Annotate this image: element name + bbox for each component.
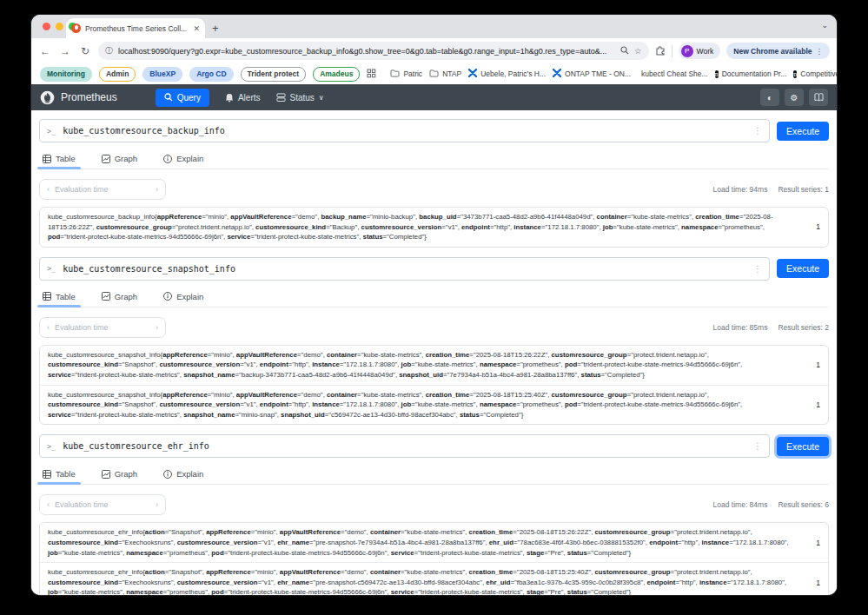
execute-button[interactable]: Execute xyxy=(777,437,829,456)
bookmark-item[interactable]: NTAP xyxy=(429,69,461,79)
back-button[interactable]: ← xyxy=(38,45,52,57)
update-label: New Chrome available xyxy=(733,47,812,56)
tab-graph[interactable]: Graph xyxy=(100,150,139,169)
tab-explain[interactable]: Explain xyxy=(162,466,205,484)
expression-input[interactable]: >_ kube_customresource_backup_info ⋮ xyxy=(39,119,770,142)
query-stats: Load time: 84ms Result series: 6 xyxy=(713,500,829,509)
input-options-kebab-icon[interactable]: ⋮ xyxy=(753,264,762,274)
bookmark-pill-bluexp[interactable]: BlueXP xyxy=(142,67,182,82)
series-row[interactable]: kube_customresource_ehr_info{action="Sna… xyxy=(40,523,828,562)
chrome-update-chip[interactable]: New Chrome available ⋮ xyxy=(726,43,830,59)
eval-time-forward-icon[interactable]: › xyxy=(156,323,158,332)
bookmark-label: NTAP xyxy=(442,69,461,78)
label-name: creation_time xyxy=(469,568,514,576)
address-bar[interactable]: ⓘ localhost:9090/query?g0.expr=kube_cust… xyxy=(98,42,649,60)
nav-status-label: Status xyxy=(290,93,315,102)
label-name: action xyxy=(145,568,165,576)
evaluation-time-placeholder[interactable]: Evaluation time xyxy=(55,500,150,509)
series-row[interactable]: kube_customresource_backup_info{appRefer… xyxy=(40,208,828,247)
series-row[interactable]: kube_customresource_ehr_info{action="Sna… xyxy=(40,562,828,595)
theme-toggle-icon[interactable]: ◐ xyxy=(760,89,779,106)
bookmark-item[interactable]: kubectl Cheat She... xyxy=(638,69,708,78)
tab-graph[interactable]: Graph xyxy=(100,466,139,484)
bookmark-pill-amadeus[interactable]: Amadeus xyxy=(313,67,360,82)
series-row[interactable]: kube_customresource_snapshot_info{appRef… xyxy=(40,346,828,385)
series-row[interactable]: kube_customresource_snapshot_info{appRef… xyxy=(40,385,828,425)
label-name: appReference xyxy=(162,351,208,359)
close-window-button[interactable] xyxy=(43,23,50,30)
tab-graph[interactable]: Graph xyxy=(100,288,139,307)
query-stats: Load time: 94ms Result series: 1 xyxy=(713,185,829,194)
query-expression[interactable]: kube_customresource_ehr_info xyxy=(63,441,746,451)
expression-input[interactable]: >_ kube_customresource_ehr_info ⋮ xyxy=(39,434,770,458)
eval-time-back-icon[interactable]: ‹ xyxy=(47,323,50,332)
profile-avatar: P xyxy=(681,45,693,57)
minimize-window-button[interactable] xyxy=(56,23,63,30)
bookmark-item[interactable]: Patric xyxy=(390,69,422,79)
tab-search-chevron-icon[interactable]: ⌄ xyxy=(821,21,828,30)
eval-time-forward-icon[interactable]: › xyxy=(156,185,158,194)
browser-menu-kebab-icon[interactable]: ⋮ xyxy=(816,47,824,56)
bookmark-pill-trident-protect[interactable]: Trident protect xyxy=(241,67,307,82)
query-expression[interactable]: kube_customresource_backup_info xyxy=(63,126,746,136)
eval-time-forward-icon[interactable]: › xyxy=(156,500,158,509)
evaluation-time-placeholder[interactable]: Evaluation time xyxy=(55,323,150,332)
tab-graph-label: Graph xyxy=(115,292,137,301)
extensions-puzzle-icon[interactable] xyxy=(655,45,666,57)
apps-grid-icon[interactable] xyxy=(367,69,376,80)
nav-status[interactable]: Status ∨ xyxy=(276,93,324,102)
site-info-icon[interactable]: ⓘ xyxy=(105,45,113,56)
label-name: appVaultReference xyxy=(280,568,341,576)
eval-time-back-icon[interactable]: ‹ xyxy=(47,500,50,509)
tab-table[interactable]: Table xyxy=(41,150,77,169)
label-name: status xyxy=(460,411,480,419)
profile-chip[interactable]: P Work xyxy=(679,43,721,59)
forward-button[interactable]: → xyxy=(58,45,72,57)
docs-book-icon[interactable] xyxy=(809,89,828,106)
eval-time-back-icon[interactable]: ‹ xyxy=(47,185,50,194)
tab-close-icon[interactable]: ✕ xyxy=(193,24,200,33)
prometheus-brand[interactable]: Prometheus xyxy=(40,90,117,105)
new-tab-button[interactable]: + xyxy=(212,22,219,35)
evaluation-time-picker[interactable]: ‹ Evaluation time › xyxy=(39,179,166,200)
info-icon xyxy=(163,292,172,301)
evaluation-time-placeholder[interactable]: Evaluation time xyxy=(55,185,150,194)
tab-table[interactable]: Table xyxy=(41,466,77,484)
query-page-content: >_ kube_customresource_backup_info ⋮ Exe… xyxy=(31,110,837,595)
nav-alerts[interactable]: Alerts xyxy=(225,93,261,102)
settings-gear-icon[interactable]: ⚙ xyxy=(785,89,804,106)
tab-explain[interactable]: Explain xyxy=(162,150,205,169)
evaluation-time-picker[interactable]: ‹ Evaluation time › xyxy=(39,317,166,338)
result-series-count: Result series: 6 xyxy=(778,500,829,509)
bookmark-label: Patric xyxy=(403,69,422,78)
bookmark-pill-admin[interactable]: Admin xyxy=(99,67,136,82)
search-icon[interactable] xyxy=(620,46,629,56)
bookmark-pill-monitoring[interactable]: Monitoring xyxy=(40,67,92,82)
bookmark-pill-argo-cd[interactable]: Argo CD xyxy=(189,67,233,82)
bookmark-item[interactable]: nCompetitive Produ... xyxy=(793,69,837,79)
load-time: Load time: 84ms xyxy=(713,500,768,509)
bookmark-item[interactable]: ONTAP TME - ON... xyxy=(553,69,631,79)
label-name: service xyxy=(391,588,414,595)
tab-explain[interactable]: Explain xyxy=(162,288,205,307)
tab-table[interactable]: Table xyxy=(41,288,77,307)
input-options-kebab-icon[interactable]: ⋮ xyxy=(753,126,762,136)
bookmark-item[interactable]: nDocumentation Pr... xyxy=(715,69,787,79)
result-tabs: Table Graph Explain xyxy=(39,288,829,308)
webex-x-icon xyxy=(553,69,561,79)
query-expression[interactable]: kube_customresource_snapshot_info xyxy=(63,264,746,274)
series-labels: kube_customresource_ehr_info{action="Sna… xyxy=(48,567,792,595)
expression-input[interactable]: >_ kube_customresource_snapshot_info ⋮ xyxy=(39,257,770,281)
execute-button[interactable]: Execute xyxy=(777,122,829,141)
bookmark-label: Documentation Pr... xyxy=(722,69,787,78)
execute-button[interactable]: Execute xyxy=(777,259,829,278)
input-options-kebab-icon[interactable]: ⋮ xyxy=(753,441,762,451)
nav-query[interactable]: Query xyxy=(156,89,209,107)
label-name: instance xyxy=(702,539,730,546)
browser-tab-active[interactable]: Prometheus Time Series Coll... ✕ xyxy=(66,18,205,38)
bookmark-item[interactable]: Uebele, Patric's H... xyxy=(468,69,546,79)
reload-button[interactable]: ↻ xyxy=(78,45,92,57)
bookmark-label: Competitive Produ... xyxy=(800,69,837,78)
bookmark-star-icon[interactable]: ☆ xyxy=(634,46,642,56)
evaluation-time-picker[interactable]: ‹ Evaluation time › xyxy=(39,494,166,515)
